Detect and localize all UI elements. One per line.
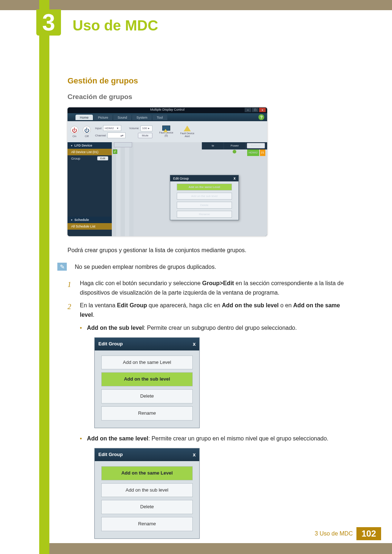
step-1: 1 Haga clic con el botón secundario y se… — [68, 279, 354, 297]
close-icon[interactable]: x — [193, 340, 196, 348]
bullet-body: Add on the same level: Permite crear un … — [87, 434, 354, 443]
sidebar-edit-button[interactable]: Edit — [97, 156, 108, 160]
power-off-label: Off — [82, 135, 91, 138]
tab-picture[interactable]: Picture — [94, 115, 113, 120]
dialog-opt-delete[interactable]: Delete — [101, 500, 193, 514]
popup-opt-sub-level[interactable]: Add on the sub level — [177, 193, 232, 200]
dialog-opt-delete[interactable]: Delete — [101, 389, 193, 403]
channel-select[interactable]: ▴▾ — [107, 132, 126, 138]
sidebar-spacer — [68, 161, 112, 217]
sidebar: LFD Device All Device List (01) Group Ed… — [68, 142, 112, 236]
footer: 3 Uso de MDC 102 — [315, 527, 381, 540]
row-checkbox[interactable] — [113, 149, 117, 154]
close-icon[interactable]: x — [259, 108, 266, 112]
minimize-icon[interactable]: − — [245, 108, 251, 112]
footer-band — [49, 543, 392, 554]
content-area: Gestión de grupos Creación de grupos Mul… — [68, 76, 354, 548]
step-number: 2 — [68, 301, 73, 545]
bullet-icon: • — [80, 434, 82, 443]
popup-opt-same-level[interactable]: Add on the same Level — [177, 184, 232, 190]
note-row: ✎ No se pueden emplear nombres de grupos… — [57, 262, 354, 272]
intro-paragraph: Podrá crear grupos y gestionar la lista … — [68, 246, 354, 255]
bold-text: Add on the same level — [87, 435, 148, 442]
power-on-icon — [70, 126, 78, 134]
sidebar-lfd-header[interactable]: LFD Device — [68, 142, 112, 149]
sidebar-all-device[interactable]: All Device List (01) — [68, 149, 112, 155]
dialog-opt-sub-level[interactable]: Add on the sub level — [101, 483, 193, 497]
fault-alert-button[interactable]: Fault Device Alert — [179, 126, 195, 138]
dialog-opt-sub-level[interactable]: Add on the sub level — [101, 372, 193, 386]
volume-play-icon: ▸ — [147, 127, 151, 130]
tab-system[interactable]: System — [132, 115, 152, 120]
power-on-label: On — [70, 135, 79, 138]
dialog-title: Edit Group — [98, 340, 123, 348]
popup-opt-rename[interactable]: Rename — [177, 211, 232, 218]
text: o en — [279, 302, 293, 308]
maximize-icon[interactable]: □ — [252, 108, 258, 112]
edit-group-popup: Edit Group x Add on the same Level Add o… — [170, 175, 239, 220]
text: : Permite crear un grupo en el mismo niv… — [148, 435, 328, 442]
count-chip: 21 — [260, 149, 265, 156]
refresh-button[interactable]: Refresh — [247, 143, 265, 148]
power-off-icon — [83, 126, 91, 134]
popup-titlebar: Edit Group x — [170, 175, 238, 181]
step-2: 2 En la ventana Edit Group que aparecerá… — [68, 301, 354, 545]
window-controls: − □ x — [245, 108, 266, 112]
note-text: No se pueden emplear nombres de grupos d… — [75, 262, 216, 272]
chapter-title: Uso de MDC — [73, 17, 158, 34]
dialog-opt-same-level[interactable]: Add on the same Level — [101, 356, 193, 370]
dialog-titlebar: Edit Group x — [95, 338, 199, 350]
window-titlebar: Multiple Display Control − □ x — [68, 107, 267, 113]
popup-opt-delete[interactable]: Delete — [177, 202, 232, 209]
page: 3 Uso de MDC Gestión de grupos Creación … — [0, 0, 392, 554]
left-color-bar — [39, 0, 49, 554]
warning-icon — [184, 126, 191, 131]
tab-home[interactable]: Home — [75, 115, 93, 120]
dialog-opt-same-level[interactable]: Add on the same Level — [101, 466, 193, 480]
input-select[interactable]: HDMI2▾ — [103, 125, 121, 131]
input-channel-block: InputHDMI2▾ Channel▴▾ — [95, 125, 126, 138]
grid-area — [112, 142, 134, 236]
sidebar-schedule-header[interactable]: Schedule — [68, 217, 112, 223]
step-number: 1 — [68, 279, 73, 297]
bullet-sub-level: • Add on the sub level: Permite crear un… — [80, 323, 354, 333]
power-block: On Off — [70, 126, 91, 138]
step-body: En la ventana Edit Group que aparecerá, … — [80, 301, 354, 545]
bullet-body: Add on the sub level: Permite crear un s… — [87, 323, 354, 333]
bold-text: Add on the sub level — [87, 325, 144, 331]
tab-tool[interactable]: Tool — [152, 115, 167, 120]
fault-block: Fault Device (0) Fault Device Alert — [158, 126, 195, 138]
text: En la ventana — [80, 302, 117, 308]
mute-button[interactable]: Mute — [138, 133, 152, 138]
app-tab-bar: Home Picture Sound System Tool ? — [68, 113, 267, 121]
dialog-body: Add on the same Level Add on the sub lev… — [95, 350, 199, 428]
page-number: 102 — [356, 527, 381, 540]
volume-input[interactable]: 100▸ — [140, 126, 152, 131]
add-button[interactable]: Add — [114, 142, 132, 147]
dialog-opt-rename[interactable]: Rename — [101, 517, 193, 531]
sidebar-pad — [68, 230, 112, 236]
close-icon[interactable]: x — [233, 176, 236, 180]
sidebar-all-schedule[interactable]: All Schedule List — [68, 223, 112, 230]
dialog-body: Add on the same Level Add on the sub lev… — [95, 461, 199, 538]
bold-text: Add on the sub level — [222, 302, 278, 308]
popup-title: Edit Group — [173, 177, 189, 180]
footer-text: 3 Uso de MDC — [315, 530, 353, 537]
help-icon[interactable]: ? — [258, 114, 264, 120]
tab-sound[interactable]: Sound — [113, 115, 131, 120]
table-row[interactable]: HDMI2 21 — [202, 149, 267, 156]
dialog-opt-rename[interactable]: Rename — [101, 406, 193, 420]
fault-device-button[interactable]: Fault Device (0) — [158, 126, 174, 138]
bullet-icon: • — [80, 323, 82, 333]
power-on-button[interactable]: On — [70, 126, 79, 138]
sub-bullet-list: • Add on the sub level: Permite crear un… — [80, 323, 354, 333]
text: que aparecerá, haga clic en — [147, 302, 222, 308]
main-panel: Add Refresh te Power Input HDMI2 21 — [112, 142, 267, 236]
note-icon: ✎ — [57, 263, 67, 271]
tab-row: Home Picture Sound System Tool — [70, 115, 167, 120]
channel-label: Channel — [95, 134, 106, 137]
sub-bullet-list: • Add on the same level: Permite crear u… — [80, 434, 354, 443]
text: : Permite crear un subgrupo dentro del g… — [144, 325, 297, 331]
power-off-button[interactable]: Off — [82, 126, 91, 138]
close-icon[interactable]: x — [193, 451, 196, 459]
